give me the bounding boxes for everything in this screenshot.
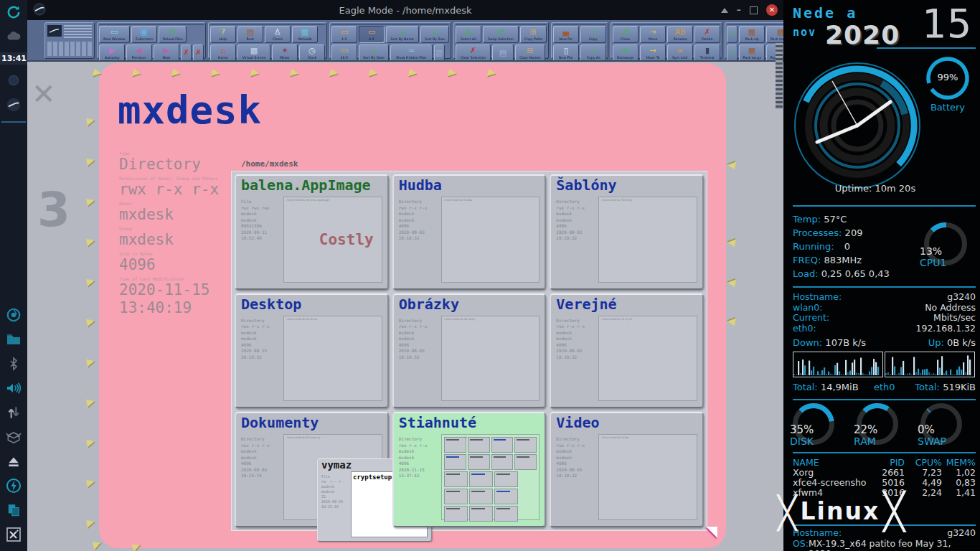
pack-mini-icon[interactable]: ↑ [727,26,738,43]
file-tile-desktop[interactable]: DesktopDirectoryrwx r-x r-xmxdeskmxdesk4… [235,293,389,409]
fullscreen-button[interactable]: ▣Fullscreen [131,26,157,43]
sort-by-size-button[interactable]: ↓Sort By Size [420,26,449,43]
autoplay-button[interactable]: ▶Autoplay [99,44,125,62]
mini-file-tile[interactable] [444,489,468,504]
pack-tar-bz2-button[interactable]: ▦Pack tar.bz2 [766,26,783,43]
mx-x-right-icon: ╳ [883,491,905,532]
copy-button[interactable]: →Copy [580,26,606,43]
previous-button[interactable]: ◀Previous [126,44,152,62]
exchange-button[interactable]: ⇆Exchange [613,44,639,62]
chess-button[interactable]: ♙Chess [265,26,291,43]
clone-button[interactable]: ⇄Clone [613,26,639,43]
panel-resize-grip[interactable] [776,43,783,109]
help-button[interactable]: ?Help [210,26,236,43]
rename-button[interactable]: ABRename [667,26,693,43]
mines-button[interactable]: ✶Mines [272,44,298,62]
mini-file-tile[interactable] [514,454,537,470]
mini-file-tile[interactable] [469,506,493,522]
mini-file-tile[interactable] [468,454,490,470]
power-manager-icon[interactable] [6,478,22,494]
file-tile-balena-appimage[interactable]: balena.AppImageFilerwx rwx rwxmxdeskmxde… [235,174,389,290]
sort-by-date-button[interactable]: ↓Sort By Date [359,44,389,62]
mini-file-tile[interactable] [491,454,514,470]
quit-mini-icon[interactable]: ✗ [193,44,204,62]
maximize-button[interactable] [750,6,758,14]
root-button[interactable]: ▤Root [237,26,263,43]
eject-icon[interactable] [6,453,22,469]
select-all-button[interactable]: ⇊Select All [456,26,481,43]
sort-by-name-button[interactable]: ↓Sort By Name [386,26,418,43]
file-tile-dokumenty[interactable]: DokumentyDirectoryrwx r-x r-xmxdeskmxdes… [235,412,389,527]
next-button[interactable]: ▶Next [154,44,179,62]
cloud-icon[interactable] [6,29,22,44]
minimize-button[interactable]: – [737,6,742,14]
clock-button[interactable]: ◷Clock [299,44,325,62]
bluetooth-icon[interactable] [6,356,22,372]
display-icon[interactable] [6,72,22,88]
file-tile-stiahnute[interactable]: StiahnutéDirectoryrwx r-x r-xmxdeskmxdes… [392,412,547,527]
tile-preview: /home/mxdesk/Video [598,434,697,520]
reload-files-button[interactable]: ⟳Reload Files [159,26,187,43]
volume-icon[interactable] [6,380,22,396]
mini-file-tile[interactable] [469,489,493,504]
network-transfer-icon[interactable] [6,405,22,420]
copy-as-button[interactable]: →Copy As [580,44,606,62]
show-hidden-files-button[interactable]: ≈Show Hidden Files [390,44,432,62]
new-window-button[interactable]: ▭New Window [99,26,130,43]
selection-info-mini-icon[interactable]: ▤ [492,44,514,62]
file-tile-verejne[interactable]: VerejnéDirectoryrwx r-x r-xmxdeskmxdesk4… [550,293,704,409]
shade-button[interactable] [721,8,728,13]
pack-tar-gz-button[interactable]: ▦Pack tar.gz [739,44,765,62]
mini-file-tile[interactable] [444,506,468,522]
mini-file-tile[interactable] [444,454,466,470]
file-tile-sablony[interactable]: ŠablónyDirectoryrwx r-x r-xmxdeskmxdesk4… [550,174,704,290]
mx-logo-icon[interactable] [6,527,22,542]
file-manager-icon[interactable] [6,331,22,347]
terminal-button[interactable]: ▮Terminal [694,44,720,62]
new-file-button[interactable]: ▯New File [553,44,579,62]
titlebar[interactable]: Eagle Mode - /home/mxdesk – ✕ [27,0,783,20]
virtual-desktop-area[interactable]: ✕ 3 mxdesk TypeDirectoryPermissions of O… [27,62,783,551]
copy-names-button[interactable]: ⊟Copy Names [515,44,545,62]
browser-icon[interactable] [6,307,22,323]
mini-file-tile[interactable] [444,437,466,453]
file-tile-hudba[interactable]: HudbaDirectoryrwx r-x r-xmxdeskmxdesk409… [392,174,547,290]
tile-title: balena.AppImage [241,176,371,194]
sym-link-button[interactable]: ∞Sym Link [667,44,693,62]
clear-selection-button[interactable]: ✗Clear Selection [456,44,491,62]
mini-file-tile[interactable] [468,437,490,453]
package-icon[interactable] [6,429,22,445]
session-refresh-icon[interactable] [6,4,22,20]
swap-selection-button[interactable]: ⇄Swap Selection [483,26,519,43]
mini-file-tile[interactable] [444,471,468,487]
directory-panel-mxdesk[interactable]: mxdesk TypeDirectoryPermissions of Owner… [99,63,726,548]
file-tile-video[interactable]: VideoDirectoryrwx r-x r-xmxdeskmxdesk409… [550,412,704,527]
clipboard-icon[interactable] [6,502,22,518]
close-window-mini-icon[interactable]: ✗ [181,44,192,62]
dock-panel: 13:41 [0,0,27,551]
new-dir-button[interactable]: ▄New Dir [553,26,579,43]
virtual-screen-button[interactable]: ▩Virtual Screen [237,44,270,62]
pack-zip-button[interactable]: ▦Pack zip [739,26,765,43]
1-1-button[interactable]: ▭1:1 [331,26,357,43]
netwalk-button[interactable]: ▦Netwalk [292,26,318,43]
mini-file-tile[interactable] [494,506,518,522]
home-button[interactable]: ⌂Home [210,44,236,62]
move-to-button[interactable]: →Move To [640,44,666,62]
16-9-button[interactable]: ▭16:9 [331,44,357,62]
file-tile-obrazky[interactable]: ObrázkyDirectoryrwx r-x r-xmxdeskmxdesk4… [392,293,547,409]
unpack-mini-icon[interactable]: ↓ [727,44,738,62]
move-button[interactable]: →Move [640,26,666,43]
mini-file-tile[interactable] [494,489,518,504]
4-3-button[interactable]: ▭4:3 [359,26,385,43]
mini-file-tile[interactable] [491,437,514,453]
eaglemode-launcher-icon[interactable] [6,97,22,113]
delete-button[interactable]: ✗Delete [694,26,720,43]
copy-paths-button[interactable]: ⊞Copy Paths [520,26,547,43]
close-button[interactable]: ✕ [766,4,778,16]
mini-file-tile[interactable] [494,471,518,487]
mini-file-tile[interactable] [469,471,493,487]
control-panel-info[interactable] [44,22,95,59]
mini-file-tile[interactable] [514,437,537,453]
view-info-mini-icon[interactable]: ▥ [434,44,445,62]
